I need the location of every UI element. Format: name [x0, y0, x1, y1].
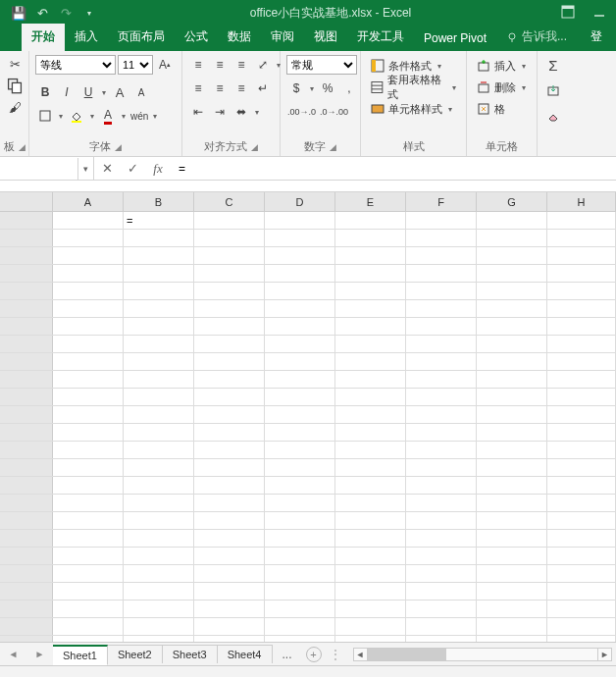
row-header[interactable]	[0, 283, 53, 299]
cell[interactable]	[53, 300, 124, 317]
cell[interactable]	[406, 477, 477, 494]
row-header[interactable]	[0, 442, 53, 458]
cell[interactable]	[335, 495, 406, 511]
cell[interactable]	[547, 265, 616, 282]
sign-in-link[interactable]: 登	[581, 24, 612, 51]
cell[interactable]	[335, 459, 406, 476]
cell[interactable]	[265, 424, 335, 441]
cell[interactable]	[124, 495, 194, 511]
fill-button[interactable]	[543, 80, 563, 100]
cell[interactable]	[194, 336, 265, 352]
cell[interactable]	[547, 495, 616, 511]
cell[interactable]	[194, 601, 265, 617]
cell[interactable]	[53, 265, 124, 282]
row-header[interactable]	[0, 512, 53, 529]
cell[interactable]	[194, 459, 265, 476]
cell[interactable]	[477, 495, 547, 511]
cell[interactable]	[124, 548, 194, 564]
cell[interactable]	[194, 495, 265, 511]
cell[interactable]	[406, 371, 477, 388]
cell[interactable]	[406, 512, 477, 529]
insert-function-icon[interactable]: fx	[145, 157, 171, 180]
cell[interactable]	[124, 424, 194, 441]
minimize-icon[interactable]	[592, 5, 606, 22]
cell[interactable]	[477, 442, 547, 458]
col-header-C[interactable]: C	[194, 192, 265, 211]
cell[interactable]	[406, 318, 477, 335]
undo-icon[interactable]: ↶	[31, 2, 53, 24]
cell[interactable]	[477, 459, 547, 476]
col-header-A[interactable]: A	[53, 192, 124, 211]
cell[interactable]	[194, 283, 265, 299]
cell[interactable]	[53, 636, 124, 642]
cell[interactable]	[335, 336, 406, 352]
row-header[interactable]	[0, 565, 53, 582]
underline-dropdown-icon[interactable]: ▾	[100, 82, 108, 102]
cell[interactable]	[477, 265, 547, 282]
cell[interactable]	[53, 230, 124, 246]
alignment-launcher-icon[interactable]: ◢	[251, 142, 258, 152]
cell[interactable]	[547, 636, 616, 642]
col-header-H[interactable]: H	[547, 192, 616, 211]
cell[interactable]	[265, 618, 335, 635]
cell[interactable]	[547, 601, 616, 617]
row-header[interactable]	[0, 318, 53, 335]
fill-color-dropdown-icon[interactable]: ▾	[88, 106, 96, 126]
cell[interactable]	[406, 530, 477, 547]
cell[interactable]	[265, 283, 335, 299]
cell[interactable]	[335, 530, 406, 547]
cell[interactable]	[335, 265, 406, 282]
cell[interactable]	[477, 318, 547, 335]
fill-color-icon[interactable]	[67, 106, 86, 126]
cell[interactable]	[547, 283, 616, 299]
cell[interactable]	[477, 548, 547, 564]
cell[interactable]	[53, 477, 124, 494]
sheet-tab-more[interactable]: ...	[273, 648, 302, 661]
cell[interactable]	[335, 283, 406, 299]
cell[interactable]	[406, 442, 477, 458]
sheet-tab-2[interactable]: Sheet2	[108, 645, 163, 663]
cell[interactable]	[335, 371, 406, 388]
increase-decimal-icon[interactable]: .00→.0	[286, 102, 317, 122]
cell[interactable]	[477, 353, 547, 370]
cell[interactable]	[194, 247, 265, 264]
cell[interactable]	[124, 459, 194, 476]
cell[interactable]	[265, 247, 335, 264]
cell[interactable]	[335, 247, 406, 264]
cell[interactable]	[124, 512, 194, 529]
tab-review[interactable]: 审阅	[261, 24, 304, 51]
cell[interactable]	[194, 512, 265, 529]
scroll-left-icon[interactable]: ◄	[354, 649, 368, 660]
cell[interactable]	[53, 495, 124, 511]
cell[interactable]	[477, 247, 547, 264]
cell[interactable]	[194, 265, 265, 282]
row-header[interactable]	[0, 601, 53, 617]
row-header[interactable]	[0, 618, 53, 635]
cell[interactable]	[53, 247, 124, 264]
align-top-icon[interactable]: ≡	[188, 55, 208, 75]
cell[interactable]	[406, 247, 477, 264]
tab-power-pivot[interactable]: Power Pivot	[414, 26, 496, 51]
cell[interactable]	[406, 265, 477, 282]
row-header[interactable]	[0, 477, 53, 494]
cell[interactable]	[335, 353, 406, 370]
cell[interactable]	[194, 530, 265, 547]
cell[interactable]	[406, 300, 477, 317]
cell[interactable]	[265, 300, 335, 317]
border-icon[interactable]	[35, 106, 55, 126]
cell[interactable]	[547, 318, 616, 335]
format-as-table-button[interactable]: 套用表格格式▾	[367, 77, 460, 98]
col-header-G[interactable]: G	[477, 192, 547, 211]
cell[interactable]	[53, 353, 124, 370]
cell[interactable]	[124, 530, 194, 547]
clear-button[interactable]	[543, 106, 563, 126]
cell[interactable]	[547, 336, 616, 352]
name-box[interactable]	[0, 158, 78, 180]
cell[interactable]	[265, 353, 335, 370]
sheet-nav-prev-icon[interactable]: ◄	[9, 649, 19, 659]
cell[interactable]	[547, 459, 616, 476]
cell[interactable]	[406, 636, 477, 642]
font-name-select[interactable]: 等线	[35, 55, 116, 75]
cell[interactable]	[265, 406, 335, 423]
cell[interactable]	[53, 459, 124, 476]
